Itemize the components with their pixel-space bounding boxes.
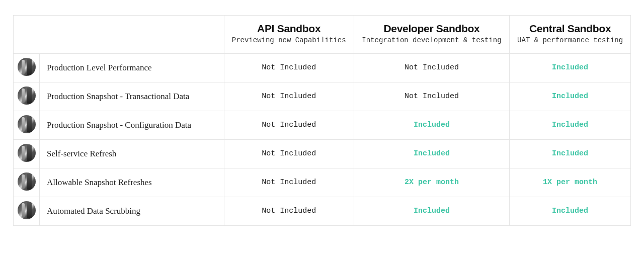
row-icon-cell: [14, 197, 40, 225]
included-badge: Included: [552, 121, 588, 129]
feature-label: Self-service Refresh: [40, 139, 224, 168]
not-included-badge: Not Included: [405, 92, 459, 101]
row-icon-cell: [14, 53, 40, 82]
row-avatar-icon: [18, 201, 36, 219]
value-cell: Not Included: [224, 111, 354, 139]
row-icon-cell: [14, 139, 40, 168]
value-cell: Included: [510, 139, 631, 168]
value-cell: 1X per month: [510, 168, 631, 197]
row-avatar-icon: [18, 144, 36, 162]
not-included-badge: Not Included: [262, 121, 316, 129]
column-title: Central Sandbox: [516, 23, 624, 35]
row-icon-cell: [14, 111, 40, 139]
table-row: Production Snapshot - Configuration Data…: [14, 111, 631, 139]
value-cell: Included: [510, 82, 631, 111]
included-badge: Included: [414, 207, 450, 215]
not-included-badge: Not Included: [262, 149, 316, 158]
feature-label: Production Snapshot - Transactional Data: [40, 82, 224, 111]
not-included-badge: Not Included: [262, 63, 316, 72]
column-header-api-sandbox: API Sandbox Previewing new Capabilities: [224, 16, 354, 54]
value-cell: Included: [354, 111, 510, 139]
row-icon-cell: [14, 82, 40, 111]
value-cell: Not Included: [224, 197, 354, 225]
value-cell: Included: [354, 139, 510, 168]
included-badge: Included: [552, 63, 588, 72]
value-cell: Not Included: [354, 82, 510, 111]
included-badge: Included: [414, 149, 450, 158]
row-avatar-icon: [18, 172, 36, 191]
not-included-badge: Not Included: [262, 207, 316, 215]
table-row: Automated Data ScrubbingNot IncludedIncl…: [14, 197, 631, 225]
value-cell: Included: [510, 53, 631, 82]
column-title: Developer Sandbox: [360, 23, 504, 35]
column-subtitle: UAT & performance testing: [516, 36, 624, 45]
row-icon-cell: [14, 168, 40, 197]
feature-label: Production Level Performance: [40, 53, 224, 82]
not-included-badge: Not Included: [262, 92, 316, 101]
feature-label: Automated Data Scrubbing: [40, 197, 224, 225]
value-cell: Not Included: [224, 82, 354, 111]
feature-label: Production Snapshot - Configuration Data: [40, 111, 224, 139]
included-badge: Included: [552, 207, 588, 215]
comparison-table: API Sandbox Previewing new Capabilities …: [13, 15, 631, 226]
table-body: Production Level PerformanceNot Included…: [14, 53, 631, 225]
value-cell: Not Included: [224, 139, 354, 168]
feature-label: Allowable Snapshot Refreshes: [40, 168, 224, 197]
included-badge: Included: [414, 121, 450, 129]
value-cell: Not Included: [354, 53, 510, 82]
value-cell: 2X per month: [354, 168, 510, 197]
row-avatar-icon: [18, 58, 36, 76]
column-header-central-sandbox: Central Sandbox UAT & performance testin…: [510, 16, 631, 54]
column-title: API Sandbox: [230, 23, 348, 35]
column-subtitle: Integration development & testing: [360, 36, 504, 45]
not-included-badge: Not Included: [262, 178, 316, 187]
value-cell: Included: [510, 197, 631, 225]
value-cell: Included: [354, 197, 510, 225]
column-header-developer-sandbox: Developer Sandbox Integration developmen…: [354, 16, 510, 54]
value-cell: Included: [510, 111, 631, 139]
included-badge: Included: [552, 149, 588, 158]
column-subtitle: Previewing new Capabilities: [230, 36, 348, 45]
included-badge: 2X per month: [405, 178, 459, 187]
blank-header: [14, 16, 224, 54]
table-row: Self-service RefreshNot IncludedIncluded…: [14, 139, 631, 168]
not-included-badge: Not Included: [405, 63, 459, 72]
included-badge: 1X per month: [543, 178, 597, 187]
table-header-row: API Sandbox Previewing new Capabilities …: [14, 16, 631, 54]
table-row: Production Level PerformanceNot Included…: [14, 53, 631, 82]
row-avatar-icon: [18, 87, 36, 105]
table-row: Allowable Snapshot RefreshesNot Included…: [14, 168, 631, 197]
value-cell: Not Included: [224, 168, 354, 197]
included-badge: Included: [552, 92, 588, 101]
value-cell: Not Included: [224, 53, 354, 82]
row-avatar-icon: [18, 115, 36, 133]
table-row: Production Snapshot - Transactional Data…: [14, 82, 631, 111]
